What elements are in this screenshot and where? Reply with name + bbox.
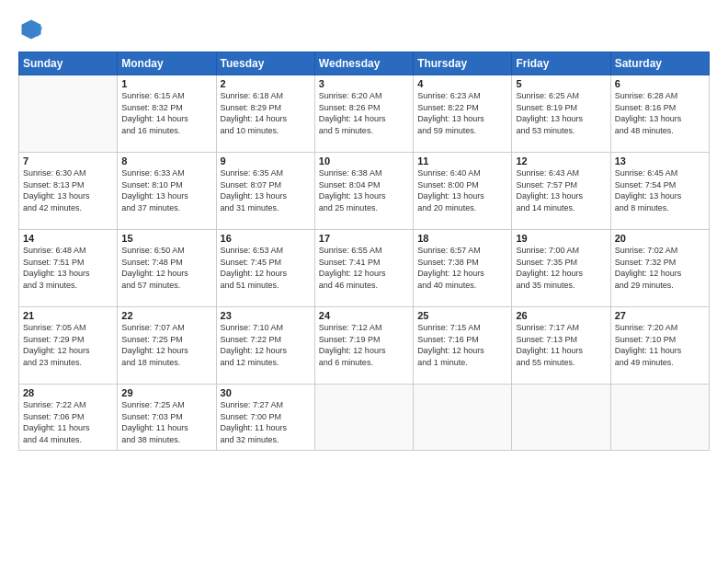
cell-info: Sunrise: 7:20 AM Sunset: 7:10 PM Dayligh… (615, 322, 705, 368)
cell-info: Sunrise: 6:55 AM Sunset: 7:41 PM Dayligh… (319, 245, 409, 291)
cell-info: Sunrise: 6:53 AM Sunset: 7:45 PM Dayligh… (221, 245, 311, 291)
day-number: 16 (221, 233, 311, 244)
calendar-cell: 22Sunrise: 7:07 AM Sunset: 7:25 PM Dayli… (118, 307, 216, 385)
calendar-cell: 23Sunrise: 7:10 AM Sunset: 7:22 PM Dayli… (216, 307, 314, 385)
day-number: 17 (319, 233, 409, 244)
cell-info: Sunrise: 6:45 AM Sunset: 7:54 PM Dayligh… (615, 167, 705, 213)
calendar-cell: 6Sunrise: 6:28 AM Sunset: 8:16 PM Daylig… (610, 75, 709, 153)
day-number: 3 (319, 78, 409, 89)
calendar-cell: 11Sunrise: 6:40 AM Sunset: 8:00 PM Dayli… (414, 153, 512, 230)
weekday-header-sunday: Sunday (19, 52, 118, 75)
cell-info: Sunrise: 7:07 AM Sunset: 7:25 PM Dayligh… (121, 322, 211, 368)
calendar-cell: 17Sunrise: 6:55 AM Sunset: 7:41 PM Dayli… (314, 230, 413, 307)
cell-info: Sunrise: 7:17 AM Sunset: 7:13 PM Dayligh… (516, 322, 606, 368)
calendar-cell (610, 385, 709, 451)
calendar-cell: 20Sunrise: 7:02 AM Sunset: 7:32 PM Dayli… (610, 230, 709, 307)
calendar-cell: 8Sunrise: 6:33 AM Sunset: 8:10 PM Daylig… (118, 153, 216, 230)
week-row-2: 7Sunrise: 6:30 AM Sunset: 8:13 PM Daylig… (19, 153, 710, 230)
day-number: 28 (23, 387, 113, 398)
cell-info: Sunrise: 6:23 AM Sunset: 8:22 PM Dayligh… (417, 90, 507, 136)
cell-info: Sunrise: 6:43 AM Sunset: 7:57 PM Dayligh… (516, 167, 606, 213)
calendar-cell: 18Sunrise: 6:57 AM Sunset: 7:38 PM Dayli… (414, 230, 512, 307)
weekday-header-wednesday: Wednesday (314, 52, 413, 75)
week-row-3: 14Sunrise: 6:48 AM Sunset: 7:51 PM Dayli… (19, 230, 710, 307)
week-row-1: 1Sunrise: 6:15 AM Sunset: 8:32 PM Daylig… (19, 75, 710, 153)
weekday-header-friday: Friday (512, 52, 610, 75)
cell-info: Sunrise: 6:38 AM Sunset: 8:04 PM Dayligh… (319, 167, 409, 213)
cell-info: Sunrise: 6:25 AM Sunset: 8:19 PM Dayligh… (516, 90, 606, 136)
calendar-cell (19, 75, 118, 153)
calendar-cell: 15Sunrise: 6:50 AM Sunset: 7:48 PM Dayli… (118, 230, 216, 307)
weekday-header-row: SundayMondayTuesdayWednesdayThursdayFrid… (19, 52, 710, 75)
cell-info: Sunrise: 6:40 AM Sunset: 8:00 PM Dayligh… (417, 167, 507, 213)
day-number: 1 (121, 78, 211, 89)
day-number: 11 (417, 155, 507, 167)
cell-info: Sunrise: 6:33 AM Sunset: 8:10 PM Dayligh… (121, 167, 211, 213)
week-row-5: 28Sunrise: 7:22 AM Sunset: 7:06 PM Dayli… (19, 385, 710, 451)
week-row-4: 21Sunrise: 7:05 AM Sunset: 7:29 PM Dayli… (19, 307, 710, 385)
calendar-cell: 16Sunrise: 6:53 AM Sunset: 7:45 PM Dayli… (216, 230, 314, 307)
day-number: 6 (615, 78, 705, 89)
calendar-cell: 9Sunrise: 6:35 AM Sunset: 8:07 PM Daylig… (216, 153, 314, 230)
day-number: 27 (615, 310, 705, 321)
day-number: 29 (121, 387, 211, 398)
day-number: 19 (516, 233, 606, 244)
weekday-header-tuesday: Tuesday (216, 52, 314, 75)
cell-info: Sunrise: 7:25 AM Sunset: 7:03 PM Dayligh… (121, 399, 211, 445)
day-number: 20 (615, 233, 705, 244)
calendar-cell: 12Sunrise: 6:43 AM Sunset: 7:57 PM Dayli… (512, 153, 610, 230)
day-number: 23 (221, 310, 311, 321)
day-number: 30 (221, 387, 311, 398)
cell-info: Sunrise: 7:00 AM Sunset: 7:35 PM Dayligh… (516, 245, 606, 291)
day-number: 15 (121, 233, 211, 244)
page: SundayMondayTuesdayWednesdayThursdayFrid… (0, 0, 728, 563)
day-number: 9 (221, 155, 311, 167)
calendar-cell: 5Sunrise: 6:25 AM Sunset: 8:19 PM Daylig… (512, 75, 610, 153)
calendar-cell: 4Sunrise: 6:23 AM Sunset: 8:22 PM Daylig… (414, 75, 512, 153)
day-number: 13 (615, 155, 705, 167)
calendar-cell: 1Sunrise: 6:15 AM Sunset: 8:32 PM Daylig… (118, 75, 216, 153)
cell-info: Sunrise: 6:30 AM Sunset: 8:13 PM Dayligh… (23, 167, 113, 213)
cell-info: Sunrise: 6:50 AM Sunset: 7:48 PM Dayligh… (121, 245, 211, 291)
day-number: 24 (319, 310, 409, 321)
day-number: 14 (23, 233, 113, 244)
day-number: 4 (417, 78, 507, 89)
calendar-cell: 24Sunrise: 7:12 AM Sunset: 7:19 PM Dayli… (314, 307, 413, 385)
day-number: 22 (121, 310, 211, 321)
day-number: 18 (417, 233, 507, 244)
cell-info: Sunrise: 6:28 AM Sunset: 8:16 PM Dayligh… (615, 90, 705, 136)
cell-info: Sunrise: 6:35 AM Sunset: 8:07 PM Dayligh… (221, 167, 311, 213)
calendar-cell: 29Sunrise: 7:25 AM Sunset: 7:03 PM Dayli… (118, 385, 216, 451)
calendar-cell: 2Sunrise: 6:18 AM Sunset: 8:29 PM Daylig… (216, 75, 314, 153)
cell-info: Sunrise: 6:48 AM Sunset: 7:51 PM Dayligh… (23, 245, 113, 291)
weekday-header-monday: Monday (118, 52, 216, 75)
calendar-cell: 25Sunrise: 7:15 AM Sunset: 7:16 PM Dayli… (414, 307, 512, 385)
day-number: 21 (23, 310, 113, 321)
calendar-cell (314, 385, 413, 451)
day-number: 8 (121, 155, 211, 167)
calendar-cell: 21Sunrise: 7:05 AM Sunset: 7:29 PM Dayli… (19, 307, 118, 385)
calendar-cell: 30Sunrise: 7:27 AM Sunset: 7:00 PM Dayli… (216, 385, 314, 451)
header (18, 17, 710, 42)
day-number: 7 (23, 155, 113, 167)
logo-icon (18, 17, 44, 42)
day-number: 25 (417, 310, 507, 321)
weekday-header-thursday: Thursday (414, 52, 512, 75)
cell-info: Sunrise: 7:12 AM Sunset: 7:19 PM Dayligh… (319, 322, 409, 368)
cell-info: Sunrise: 7:15 AM Sunset: 7:16 PM Dayligh… (417, 322, 507, 368)
calendar-cell (512, 385, 610, 451)
calendar-cell (414, 385, 512, 451)
cell-info: Sunrise: 7:10 AM Sunset: 7:22 PM Dayligh… (221, 322, 311, 368)
cell-info: Sunrise: 7:05 AM Sunset: 7:29 PM Dayligh… (23, 322, 113, 368)
weekday-header-saturday: Saturday (610, 52, 709, 75)
cell-info: Sunrise: 6:15 AM Sunset: 8:32 PM Dayligh… (121, 90, 211, 136)
cell-info: Sunrise: 6:57 AM Sunset: 7:38 PM Dayligh… (417, 245, 507, 291)
calendar-cell: 13Sunrise: 6:45 AM Sunset: 7:54 PM Dayli… (610, 153, 709, 230)
cell-info: Sunrise: 7:27 AM Sunset: 7:00 PM Dayligh… (221, 399, 311, 445)
cell-info: Sunrise: 7:02 AM Sunset: 7:32 PM Dayligh… (615, 245, 705, 291)
cell-info: Sunrise: 6:18 AM Sunset: 8:29 PM Dayligh… (221, 90, 311, 136)
calendar-cell: 19Sunrise: 7:00 AM Sunset: 7:35 PM Dayli… (512, 230, 610, 307)
calendar-cell: 10Sunrise: 6:38 AM Sunset: 8:04 PM Dayli… (314, 153, 413, 230)
day-number: 10 (319, 155, 409, 167)
day-number: 12 (516, 155, 606, 167)
